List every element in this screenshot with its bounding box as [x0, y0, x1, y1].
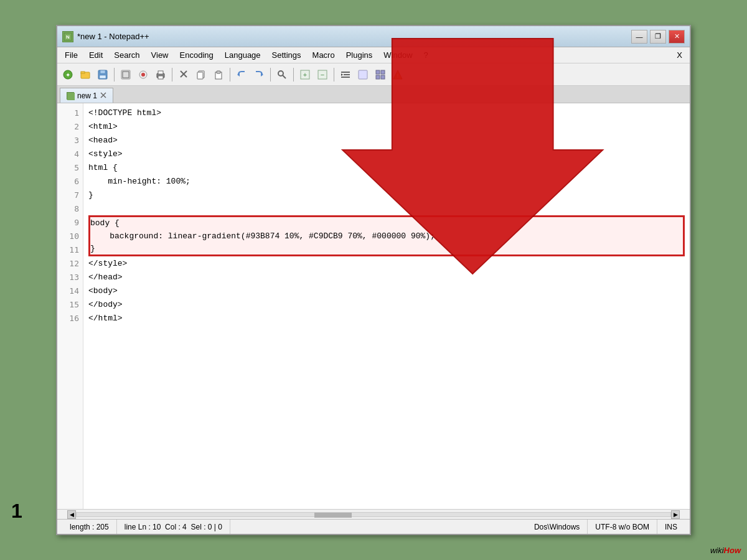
svg-text:N: N: [66, 34, 70, 40]
tab-close-button[interactable]: [100, 92, 106, 100]
tab-new1[interactable]: new 1: [60, 88, 113, 103]
scroll-left-button[interactable]: ◀: [67, 510, 76, 519]
menu-encoding[interactable]: Encoding: [175, 49, 218, 61]
close-button[interactable]: ✕: [669, 30, 685, 44]
notepad-window: N *new 1 - Notepad++ — ❐ ✕ File Edit Sea…: [56, 25, 691, 535]
editor-area[interactable]: 1 2 3 4 5 6 7 8 9 10 11 12 13 14 15 16 <…: [57, 103, 690, 509]
title-bar: N *new 1 - Notepad++ — ❐ ✕: [57, 26, 690, 47]
toolbar-sep-3: [230, 68, 230, 82]
code-line-4: <style>: [88, 147, 685, 161]
code-area[interactable]: <!DOCTYPE html> <html> <head> <style> ht…: [83, 103, 690, 509]
toolbar-indent[interactable]: [337, 67, 354, 83]
toolbar-new[interactable]: ✦: [60, 67, 76, 83]
code-line-14: <body>: [88, 284, 685, 297]
window-title: *new 1 - Notepad++: [77, 32, 149, 41]
toolbar-btn-20[interactable]: !: [390, 67, 406, 83]
scrollbar-thumb[interactable]: [314, 513, 352, 518]
toolbar-zoom-in[interactable]: +: [297, 67, 313, 83]
code-line-13: </head>: [88, 270, 685, 284]
toolbar-find[interactable]: [274, 67, 290, 83]
toolbar-btn-19[interactable]: [372, 67, 388, 83]
toolbar-cut[interactable]: [176, 67, 192, 83]
toolbar-open[interactable]: [77, 67, 93, 83]
code-line-3: <head>: [88, 133, 685, 147]
svg-rect-34: [359, 70, 367, 79]
toolbar-print[interactable]: [153, 67, 169, 83]
code-line-6: min-height: 100%;: [88, 174, 685, 188]
line-num-2: 2: [57, 119, 83, 133]
line-num-9: 9: [57, 215, 83, 229]
menu-view[interactable]: View: [146, 49, 174, 61]
svg-rect-14: [158, 71, 163, 74]
svg-marker-33: [341, 73, 343, 76]
status-insert: INS: [657, 520, 685, 534]
line-numbers: 1 2 3 4 5 6 7 8 9 10 11 12 13 14 15 16: [57, 103, 83, 509]
horizontal-scrollbar[interactable]: ◀ ▶: [57, 509, 690, 519]
toolbar-save[interactable]: [95, 67, 111, 83]
svg-rect-30: [341, 72, 350, 73]
toolbar-btn-5[interactable]: [135, 67, 151, 83]
toolbar-undo[interactable]: [233, 67, 250, 83]
menu-help[interactable]: ?: [419, 49, 433, 61]
code-line-9: body {: [88, 215, 685, 229]
svg-text:+: +: [303, 71, 307, 78]
maximize-button[interactable]: ❐: [650, 30, 666, 44]
line-num-12: 12: [57, 256, 83, 270]
status-bar: length : 205 line Ln : 10 Col : 4 Sel : …: [57, 519, 690, 534]
toolbar-sep-5: [293, 68, 294, 82]
toolbar-copy[interactable]: [193, 67, 209, 83]
svg-point-24: [278, 71, 283, 76]
line-num-14: 14: [57, 284, 83, 297]
toolbar-zoom-out[interactable]: −: [314, 67, 331, 83]
minimize-button[interactable]: —: [631, 30, 647, 44]
toolbar-sep-1: [114, 68, 115, 82]
svg-rect-32: [341, 77, 350, 78]
menu-macro[interactable]: Macro: [308, 49, 340, 61]
line-num-3: 3: [57, 133, 83, 147]
line-num-1: 1: [57, 106, 83, 119]
svg-rect-19: [197, 72, 203, 79]
menu-plugins[interactable]: Plugins: [341, 49, 378, 61]
svg-rect-7: [100, 70, 105, 73]
tab-label: new 1: [77, 91, 97, 100]
svg-rect-21: [217, 71, 220, 73]
menu-edit[interactable]: Edit: [84, 49, 108, 61]
toolbar-btn-18[interactable]: [355, 67, 371, 83]
toolbar: ✦: [57, 63, 690, 86]
line-num-7: 7: [57, 188, 83, 202]
menu-language[interactable]: Language: [220, 49, 266, 61]
svg-rect-31: [344, 74, 350, 75]
toolbar-paste[interactable]: [210, 67, 227, 83]
menu-search[interactable]: Search: [109, 49, 144, 61]
tab-bar: new 1: [57, 86, 690, 103]
code-line-1: <!DOCTYPE html>: [88, 106, 685, 119]
menu-window[interactable]: Window: [378, 49, 417, 61]
scrollbar-track[interactable]: [76, 512, 671, 517]
toolbar-redo[interactable]: [251, 67, 267, 83]
code-line-10: background: linear-gradient(#93B874 10%,…: [88, 229, 685, 243]
toolbar-sep-6: [334, 68, 334, 82]
menu-settings[interactable]: Settings: [267, 49, 306, 61]
svg-rect-37: [376, 75, 380, 79]
line-num-15: 15: [57, 297, 83, 311]
app-icon: N: [62, 31, 73, 42]
code-line-2: <html>: [88, 119, 685, 133]
title-bar-left: N *new 1 - Notepad++: [62, 31, 149, 42]
code-line-15: </body>: [88, 297, 685, 311]
menu-file[interactable]: File: [60, 49, 83, 61]
code-line-7: }: [88, 188, 685, 202]
menu-close[interactable]: X: [672, 49, 687, 61]
toolbar-btn-4[interactable]: [118, 67, 134, 83]
svg-rect-15: [158, 76, 163, 79]
line-num-10: 10: [57, 229, 83, 243]
svg-rect-35: [376, 70, 380, 74]
svg-rect-38: [381, 75, 385, 79]
svg-text:✦: ✦: [65, 72, 70, 78]
svg-line-25: [283, 75, 286, 78]
svg-rect-36: [381, 70, 385, 74]
line-num-4: 4: [57, 147, 83, 161]
scroll-right-button[interactable]: ▶: [671, 510, 680, 519]
svg-point-12: [141, 73, 145, 77]
status-eol: Dos\Windows: [527, 520, 588, 534]
status-line-col: line Ln : 10 Col : 4 Sel : 0 | 0: [117, 520, 230, 534]
